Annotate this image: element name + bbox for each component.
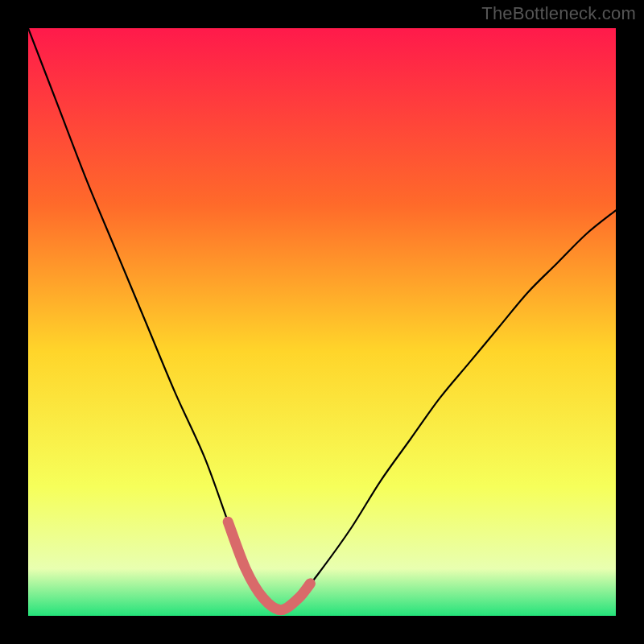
chart-frame: TheBottleneck.com bbox=[0, 0, 644, 644]
plot-area bbox=[28, 28, 616, 616]
gradient-background bbox=[28, 28, 616, 616]
bottleneck-chart-svg bbox=[28, 28, 616, 616]
attribution-text: TheBottleneck.com bbox=[481, 3, 636, 24]
